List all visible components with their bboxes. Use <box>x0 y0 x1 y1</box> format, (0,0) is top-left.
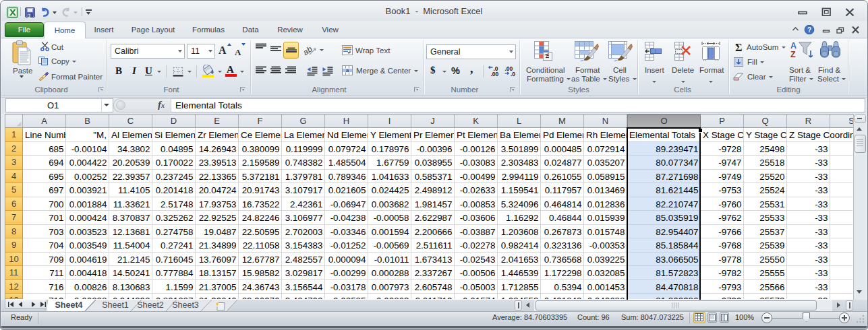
svg-text:A: A <box>790 41 797 51</box>
svg-text:Z: Z <box>790 50 796 59</box>
svg-text:ab: ab <box>303 44 314 57</box>
svg-text:?: ? <box>807 26 811 34</box>
svg-text:.0: .0 <box>511 71 515 77</box>
svg-text:.00: .00 <box>491 71 499 77</box>
